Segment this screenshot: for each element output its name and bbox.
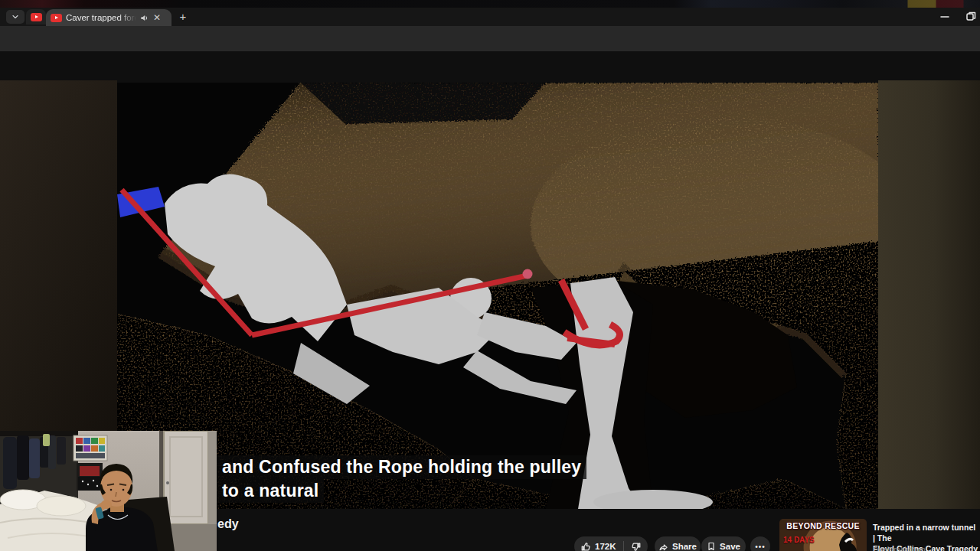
screen: { "tabs": { "active_title": "Caver trapp… [0,0,980,551]
youtube-header: YouTube CA ✕ Sign in [0,51,980,80]
shelf-items [77,463,103,491]
chevron-down-icon [11,12,20,21]
share-icon [658,542,668,551]
tab-audio-icon[interactable] [140,14,149,22]
webcam-overlay [0,431,217,551]
pinned-tab-youtube[interactable] [26,9,46,24]
recommended-thumbnail[interactable]: BEYOND RESCUE 14 DAYS [779,519,867,551]
window-minimize-button[interactable] [937,11,952,23]
active-tab[interactable]: Caver trapped forever | The ✕ [46,9,172,26]
tab-title: Caver trapped forever | The [66,13,136,22]
browser-toolbar: youtube.com/watch?v=o-TaF2DbaWw Incognit… [0,26,980,51]
more-actions-button[interactable]: ••• [750,536,770,551]
cave-illustration [117,83,878,509]
new-tab-button[interactable]: + [176,10,190,24]
video-player[interactable]: and Confused the Rope holding the pulley… [117,83,878,509]
thumbnail-text-top: BEYOND RESCUE [779,521,867,530]
subtitle-line-2: to a natural [217,479,324,503]
browser-tab-bar: Caver trapped forever | The ✕ + [0,8,980,26]
share-button[interactable]: Share [655,536,701,551]
youtube-favicon [51,14,62,22]
thumbs-up-icon [581,542,591,551]
video-title-partial: edy [217,517,239,531]
like-button[interactable]: 172K [574,542,623,551]
tab-search-button[interactable] [6,10,24,24]
tab-close-button[interactable]: ✕ [153,13,161,22]
youtube-favicon [31,13,42,21]
like-dislike-pill: 172K [574,536,648,551]
thumbs-down-icon [631,542,641,551]
desktop-sliver [0,0,980,8]
subtitle-line-1: and Confused the Rope holding the pulley [217,455,586,479]
like-count: 172K [595,542,616,551]
recommended-channel: FatalBreakdown [873,545,926,551]
bookmark-icon [707,542,716,551]
save-button[interactable]: Save [701,536,746,551]
wall-poster [74,435,107,461]
ambient-glow-right [878,80,980,509]
thumbnail-text-days: 14 DAYS [783,536,815,544]
dislike-button[interactable] [624,542,648,551]
subtitles: and Confused the Rope holding the pulley… [217,455,586,503]
ellipsis-icon: ••• [755,543,766,551]
window-restore-button[interactable] [963,11,978,23]
